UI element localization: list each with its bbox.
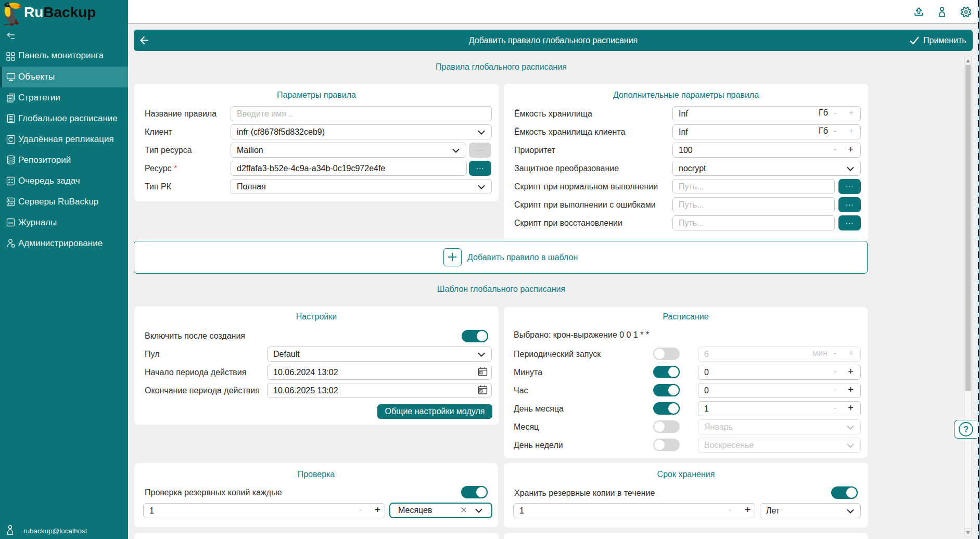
svg-text:?: ?: [963, 425, 969, 434]
svg-text:6: 6: [480, 371, 482, 374]
svg-text:6: 6: [480, 390, 482, 392]
svg-text:log: log: [8, 221, 13, 224]
